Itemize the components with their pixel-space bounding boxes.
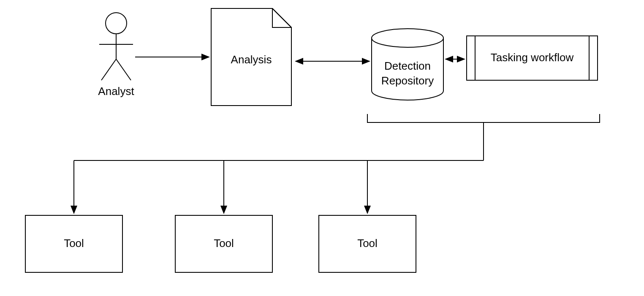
tool-label-2: Tool <box>214 237 234 250</box>
tool-label-3: Tool <box>357 237 378 250</box>
analyst-label: Analyst <box>98 85 134 98</box>
svg-point-8 <box>372 29 443 47</box>
svg-line-6 <box>116 59 131 80</box>
analysis-label: Analysis <box>231 53 272 66</box>
analyst-actor-icon <box>99 13 133 80</box>
svg-line-5 <box>101 59 116 80</box>
detection-repository-label-line1: Detection <box>384 60 431 72</box>
diagram-canvas: Analyst Analysis Detection Repository Ta… <box>0 0 644 296</box>
tasking-workflow-label: Tasking workflow <box>491 51 574 64</box>
detection-repository-label-line2: Repository <box>381 74 434 87</box>
tool-label-1: Tool <box>64 237 84 250</box>
svg-point-2 <box>106 13 127 34</box>
svg-line-7 <box>272 8 291 27</box>
grouping-bracket <box>367 114 600 122</box>
